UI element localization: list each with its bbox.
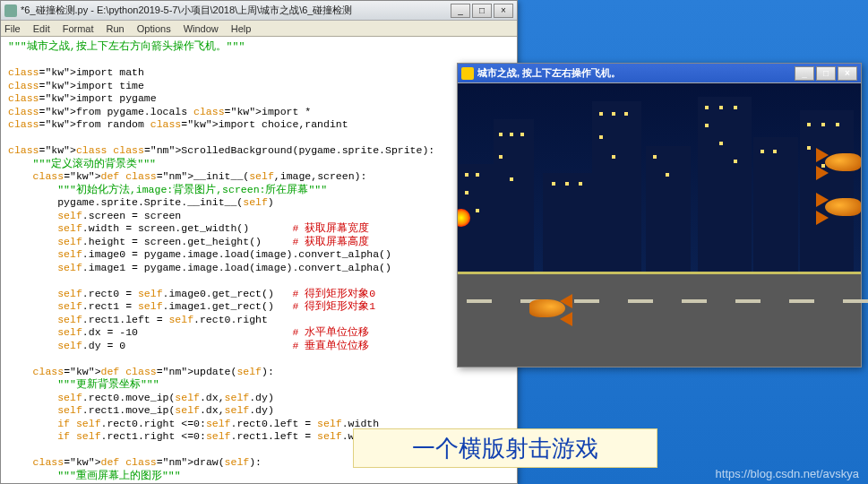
game-road — [458, 272, 861, 367]
editor-menubar: File Edit Format Run Options Window Help — [1, 21, 517, 37]
watermark: https://blog.csdn.net/avskya — [716, 467, 859, 480]
menu-edit[interactable]: Edit — [33, 23, 50, 34]
game-close-button[interactable]: × — [838, 66, 857, 81]
caption-overlay: 一个横版射击游戏 — [353, 428, 657, 468]
menu-format[interactable]: Format — [63, 23, 94, 34]
game-sky-background — [458, 83, 861, 272]
menu-window[interactable]: Window — [184, 23, 219, 34]
idle-editor-window: *6_碰撞检测.py - E:\python2019-5-7\小项目\2018\… — [0, 0, 518, 484]
window-controls: _ □ × — [451, 4, 513, 18]
game-titlebar[interactable]: 城市之战, 按上下左右操作飞机。 _ □ × — [458, 64, 861, 83]
caption-text: 一个横版射击游戏 — [412, 433, 598, 464]
game-title: 城市之战, 按上下左右操作飞机。 — [477, 66, 795, 80]
menu-file[interactable]: File — [4, 23, 21, 34]
enemy-ship — [816, 146, 861, 182]
pygame-game-window: 城市之战, 按上下左右操作飞机。 _ □ × — [457, 63, 862, 367]
menu-options[interactable]: Options — [137, 23, 171, 34]
player-ship — [520, 292, 574, 328]
python-icon — [4, 4, 17, 17]
game-minimize-button[interactable]: _ — [795, 66, 814, 81]
game-maximize-button[interactable]: □ — [816, 66, 836, 81]
maximize-button[interactable]: □ — [472, 4, 492, 18]
close-button[interactable]: × — [494, 4, 513, 18]
code-editor-area[interactable]: """城市之战,按上下左右方向箭头操作飞机。""" class="kw">imp… — [1, 37, 517, 484]
game-window-controls: _ □ × — [795, 66, 857, 81]
menu-run[interactable]: Run — [107, 23, 125, 34]
menu-help[interactable]: Help — [231, 23, 252, 34]
editor-title: *6_碰撞检测.py - E:\python2019-5-7\小项目\2018\… — [21, 4, 451, 17]
editor-titlebar[interactable]: *6_碰撞检测.py - E:\python2019-5-7\小项目\2018\… — [1, 1, 517, 21]
enemy-ship — [816, 191, 861, 227]
pygame-icon — [461, 67, 474, 80]
minimize-button[interactable]: _ — [451, 4, 470, 18]
